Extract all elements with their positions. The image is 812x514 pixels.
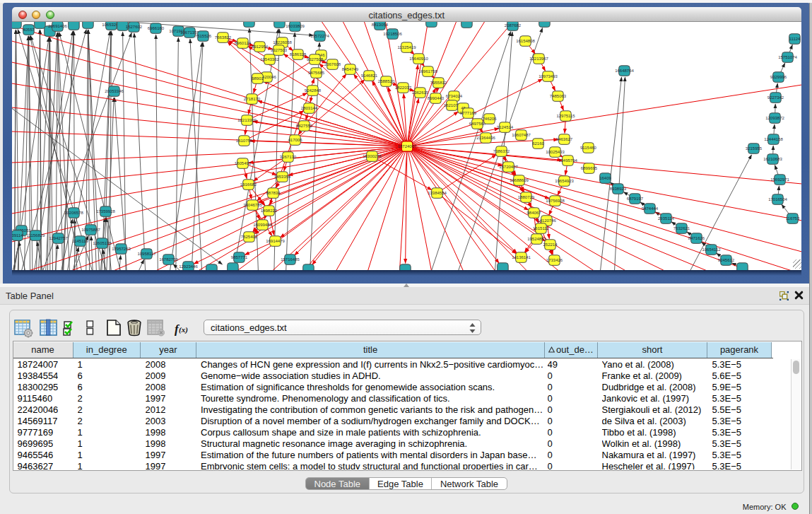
svg-text:8454749: 8454749 [341, 67, 358, 71]
svg-text:20206578: 20206578 [64, 211, 83, 215]
svg-text:11325419: 11325419 [397, 45, 416, 49]
svg-text:8960124: 8960124 [234, 41, 251, 45]
svg-text:2087682: 2087682 [504, 23, 521, 28]
svg-text:12444158: 12444158 [764, 137, 783, 141]
svg-text:1822037: 1822037 [394, 86, 411, 90]
svg-text:10688609: 10688609 [510, 178, 529, 182]
svg-text:2803144: 2803144 [300, 106, 317, 110]
svg-text:12923446: 12923446 [179, 264, 198, 269]
svg-text:16099489: 16099489 [253, 223, 272, 227]
svg-text:12213967: 12213967 [529, 57, 548, 61]
svg-text:8427552: 8427552 [295, 124, 312, 128]
svg-text:1916682: 1916682 [240, 182, 257, 187]
svg-text:8912954: 8912954 [251, 45, 268, 49]
svg-text:15720407: 15720407 [499, 165, 518, 169]
svg-text:6734024: 6734024 [445, 94, 462, 98]
svg-text:11124: 11124 [789, 37, 800, 41]
svg-text:17957263: 17957263 [112, 247, 131, 251]
svg-text:16210683: 16210683 [763, 157, 782, 161]
svg-text:14136141: 14136141 [512, 255, 531, 259]
svg-text:17016504: 17016504 [768, 197, 787, 201]
svg-text:7955812: 7955812 [430, 81, 447, 85]
svg-text:40557: 40557 [23, 28, 35, 32]
svg-text:252214: 252214 [543, 243, 558, 247]
svg-text:7386372: 7386372 [493, 149, 510, 153]
svg-text:8471626: 8471626 [688, 236, 705, 240]
svg-text:9227342: 9227342 [767, 95, 784, 100]
svg-text:3475685: 3475685 [307, 71, 324, 75]
svg-text:10025433: 10025433 [546, 150, 565, 154]
svg-text:14120746: 14120746 [537, 218, 556, 223]
svg-text:15751074: 15751074 [778, 55, 797, 59]
svg-text:16961758: 16961758 [418, 69, 437, 74]
svg-text:9242848: 9242848 [304, 88, 321, 93]
svg-text:12975115: 12975115 [556, 114, 575, 118]
svg-text:16409: 16409 [599, 176, 611, 180]
svg-text:13495794: 13495794 [558, 158, 577, 163]
svg-text:9327508: 9327508 [306, 57, 323, 62]
svg-text:8990443: 8990443 [427, 96, 444, 100]
svg-text:9474444: 9474444 [641, 206, 658, 211]
svg-text:887834: 887834 [266, 191, 281, 195]
svg-text:15300275: 15300275 [363, 154, 382, 158]
svg-text:2588520: 2588520 [377, 79, 394, 83]
svg-text:1527602: 1527602 [125, 25, 142, 29]
svg-text:10958117: 10958117 [137, 252, 156, 256]
svg-text:39114: 39114 [12, 233, 23, 238]
svg-text:1610755: 1610755 [235, 139, 252, 143]
svg-text:6879197: 6879197 [626, 197, 643, 201]
svg-text:21364436: 21364436 [476, 136, 495, 140]
svg-text:15640910: 15640910 [409, 57, 428, 61]
svg-text:9857771: 9857771 [230, 255, 247, 259]
svg-text:10973493: 10973493 [539, 74, 558, 78]
svg-text:3267130: 3267130 [279, 155, 296, 159]
svg-text:9463627: 9463627 [555, 137, 572, 141]
svg-text:10654112: 10654112 [702, 247, 721, 252]
svg-text:12213309: 12213309 [237, 118, 257, 122]
svg-text:746206: 746206 [482, 117, 497, 121]
svg-text:6899695: 6899695 [580, 166, 597, 170]
svg-text:1145119: 1145119 [72, 239, 88, 243]
svg-text:1362615: 1362615 [411, 90, 428, 95]
svg-text:12942757: 12942757 [49, 236, 68, 240]
svg-text:10975887: 10975887 [81, 228, 100, 232]
svg-text:16154808: 16154808 [516, 39, 535, 43]
svg-text:7663822: 7663822 [214, 35, 231, 40]
svg-text:9327503: 9327503 [270, 48, 287, 52]
svg-text:1880729: 1880729 [517, 195, 534, 199]
svg-text:12093872: 12093872 [765, 116, 784, 120]
svg-text:1498222: 1498222 [260, 209, 277, 213]
svg-text:15692971: 15692971 [770, 177, 789, 182]
svg-text:9777169: 9777169 [459, 111, 476, 115]
svg-text:7515526: 7515526 [194, 34, 211, 38]
svg-text:1453354: 1453354 [273, 175, 290, 179]
svg-text:9115460: 9115460 [580, 146, 597, 150]
svg-text:2935114: 2935114 [658, 216, 675, 221]
svg-text:16914479: 16914479 [266, 239, 285, 243]
svg-text:7485063: 7485063 [549, 94, 566, 98]
svg-text:7625402: 7625402 [240, 235, 257, 239]
svg-text:417006: 417006 [288, 138, 302, 142]
svg-text:1605493: 1605493 [234, 161, 251, 165]
svg-text:8813054: 8813054 [371, 23, 388, 27]
svg-text:9329996: 9329996 [770, 75, 787, 79]
svg-text:8186328: 8186328 [289, 52, 306, 57]
svg-text:(x): (x) [179, 325, 188, 334]
svg-text:19654923: 19654923 [555, 179, 574, 183]
svg-text:16046785: 16046785 [243, 203, 262, 207]
svg-text:13384554: 13384554 [428, 191, 447, 195]
svg-text:98901: 98901 [252, 76, 264, 81]
svg-text:9146821: 9146821 [360, 74, 377, 78]
svg-text:2367608: 2367608 [324, 62, 341, 66]
svg-text:9245612: 9245612 [717, 258, 734, 262]
svg-text:20053346: 20053346 [105, 89, 124, 93]
svg-text:1615112: 1615112 [533, 226, 550, 230]
svg-text:13226058: 13226058 [273, 40, 292, 45]
svg-text:7632621: 7632621 [673, 226, 690, 230]
svg-text:17359928: 17359928 [96, 209, 115, 214]
svg-text:10607487: 10607487 [512, 133, 531, 137]
svg-text:19218506: 19218506 [383, 32, 402, 36]
svg-text:62160: 62160 [532, 141, 544, 146]
svg-text:12605135: 12605135 [93, 241, 112, 245]
svg-text:16033809: 16033809 [286, 24, 305, 28]
